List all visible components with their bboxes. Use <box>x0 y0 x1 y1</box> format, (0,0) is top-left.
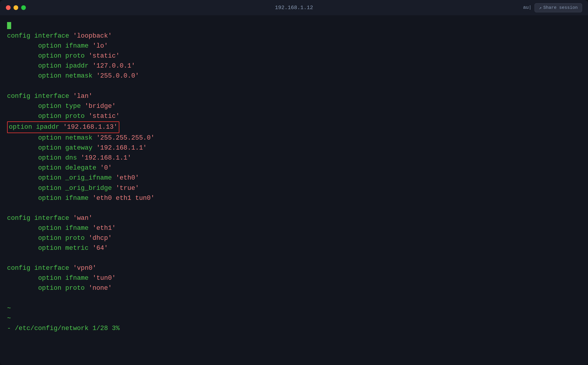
opt-gateway: option gateway '192.168.1.1' <box>7 143 581 153</box>
tilde1: ~ <box>7 304 581 314</box>
blank2 <box>7 81 581 91</box>
share-session-button[interactable]: ↗ Share session <box>534 3 582 12</box>
config-lan: config interface 'lan' <box>7 91 581 101</box>
opt-proto-dhcp: option proto 'dhcp' <box>7 233 581 243</box>
status-line: - /etc/config/network 1/28 3% <box>7 324 581 334</box>
blank5 <box>7 294 581 304</box>
opt-ifname-eth0: option ifname 'eth0 eth1 tun0' <box>7 193 581 203</box>
tilde2: ~ <box>7 314 581 324</box>
opt-ipaddr-highlighted: option ipaddr '192.168.1.13' <box>7 121 581 133</box>
cursor-line <box>7 21 581 31</box>
titlebar: 192.168.1.12 au| ↗ Share session <box>0 0 588 15</box>
opt-netmask-255: option netmask '255.255.255.0' <box>7 133 581 143</box>
share-label: Share session <box>543 5 578 10</box>
window-title: 192.168.1.12 <box>275 5 313 11</box>
maximize-button[interactable] <box>21 5 26 10</box>
opt-ifname-tun0: option ifname 'tun0' <box>7 273 581 283</box>
opt-proto-none: option proto 'none' <box>7 283 581 293</box>
opt-ifname-lo: option ifname 'lo' <box>7 41 581 51</box>
titlebar-right: au| ↗ Share session <box>523 3 582 12</box>
opt-proto-static1: option proto 'static' <box>7 51 581 61</box>
minimize-button[interactable] <box>14 5 18 10</box>
terminal-content: config interface 'loopback' option ifnam… <box>0 15 588 365</box>
opt-orig-ifname: option _orig_ifname 'eth0' <box>7 173 581 183</box>
cursor <box>7 22 11 29</box>
opt-type-bridge: option type 'bridge' <box>7 101 581 111</box>
config-wan: config interface 'wan' <box>7 213 581 223</box>
close-button[interactable] <box>6 5 11 10</box>
config-loopback: config interface 'loopback' <box>7 31 581 41</box>
share-icon: ↗ <box>539 5 542 11</box>
terminal-window: 192.168.1.12 au| ↗ Share session config … <box>0 0 588 365</box>
opt-proto-static2: option proto 'static' <box>7 111 581 121</box>
opt-metric: option metric '64' <box>7 243 581 253</box>
opt-ipaddr-127: option ipaddr '127.0.0.1' <box>7 61 581 71</box>
opt-ifname-eth1: option ifname 'eth1' <box>7 223 581 233</box>
opt-dns: option dns '192.168.1.1' <box>7 153 581 163</box>
opt-orig-bridge: option _orig_bridge 'true' <box>7 183 581 193</box>
user-badge: au| <box>523 5 532 10</box>
opt-netmask-0: option netmask '255.0.0.0' <box>7 71 581 81</box>
config-vpn0: config interface 'vpn0' <box>7 263 581 273</box>
blank3 <box>7 203 581 213</box>
blank4 <box>7 253 581 263</box>
traffic-lights <box>6 5 26 10</box>
opt-delegate: option delegate '0' <box>7 163 581 173</box>
